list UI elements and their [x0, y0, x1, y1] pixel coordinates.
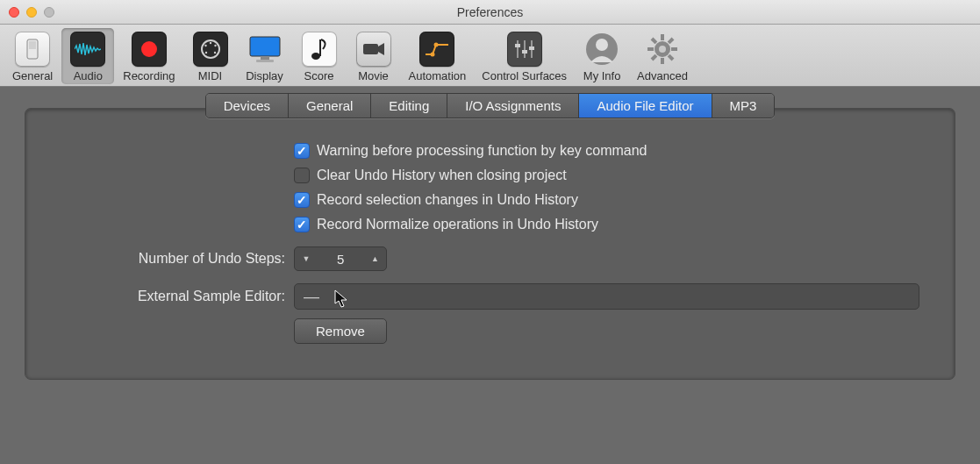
undo-steps-label: Number of Undo Steps:	[61, 251, 285, 267]
checkbox-label: Warning before processing function by ke…	[317, 143, 647, 159]
svg-rect-33	[668, 38, 675, 45]
chevron-down-icon[interactable]: ▼	[295, 247, 318, 270]
toolbar-label: MIDI	[198, 69, 222, 82]
toolbar-item-display[interactable]: Display	[239, 28, 291, 84]
undo-steps-stepper[interactable]: ▼ 5 ▲	[294, 246, 387, 271]
svg-point-8	[204, 52, 206, 54]
toolbar-label: Score	[304, 69, 334, 82]
toolbar-label: Audio	[74, 69, 103, 82]
svg-point-18	[434, 43, 439, 47]
svg-marker-37	[335, 290, 347, 307]
toolbar-label: Advanced	[637, 69, 688, 82]
svg-rect-34	[651, 54, 658, 61]
titlebar: Preferences	[0, 0, 980, 25]
chevron-up-icon[interactable]: ▲	[363, 247, 386, 270]
person-icon	[584, 32, 619, 67]
svg-rect-31	[647, 47, 654, 51]
checkbox-clear-undo-history[interactable]	[294, 168, 310, 183]
window-title: Preferences	[0, 5, 980, 19]
audio-subtabs: Devices General Editing I/O Assignments …	[25, 93, 955, 118]
toolbar-item-audio[interactable]: Audio	[61, 28, 114, 84]
music-note-icon	[302, 32, 337, 67]
toolbar-label: Movie	[358, 69, 389, 82]
toolbar-label: Automation	[409, 69, 467, 82]
faders-icon	[507, 32, 542, 67]
checkbox-label: Record selection changes in Undo History	[317, 192, 578, 208]
svg-rect-12	[256, 60, 274, 62]
automation-icon	[419, 32, 454, 67]
tab-editing[interactable]: Editing	[371, 94, 447, 118]
tab-general[interactable]: General	[289, 94, 371, 118]
toolbar-label: My Info	[583, 69, 621, 82]
toolbar-item-general[interactable]: General	[5, 28, 60, 84]
svg-rect-24	[529, 46, 534, 50]
svg-marker-16	[378, 43, 384, 55]
checkbox-warn-before-processing[interactable]	[294, 143, 310, 159]
svg-point-13	[311, 53, 320, 60]
toolbar-item-advanced[interactable]: Advanced	[630, 28, 695, 84]
toolbar-item-recording[interactable]: Recording	[116, 28, 182, 84]
midi-icon	[193, 32, 228, 67]
svg-rect-19	[517, 40, 519, 58]
svg-rect-11	[261, 56, 269, 60]
toolbar-label: Recording	[123, 69, 175, 82]
toolbar-label: Display	[246, 69, 283, 82]
toolbar-item-automation[interactable]: Automation	[402, 28, 474, 84]
toolbar-item-movie[interactable]: Movie	[347, 28, 400, 84]
svg-rect-36	[668, 54, 675, 61]
panel-body: Devices General Editing I/O Assignments …	[0, 87, 980, 401]
toolbar-item-midi[interactable]: MIDI	[184, 28, 237, 84]
record-icon	[132, 32, 167, 67]
tab-devices[interactable]: Devices	[206, 94, 289, 118]
svg-rect-10	[250, 37, 280, 56]
toolbar-item-score[interactable]: Score	[293, 28, 346, 84]
svg-point-26	[596, 39, 608, 51]
display-icon	[247, 32, 283, 67]
panel-inset: Devices General Editing I/O Assignments …	[25, 108, 955, 380]
svg-point-17	[431, 53, 435, 57]
checkbox-label: Clear Undo History when closing project	[317, 168, 567, 183]
svg-rect-23	[522, 50, 527, 54]
camera-icon	[356, 32, 391, 67]
svg-rect-29	[661, 34, 664, 40]
svg-point-2	[141, 41, 157, 57]
svg-rect-35	[651, 38, 658, 45]
svg-rect-32	[671, 47, 677, 51]
external-sample-editor-field[interactable]: —	[294, 283, 919, 310]
svg-point-7	[214, 45, 216, 46]
external-editor-value: —	[304, 288, 319, 306]
tab-mp3[interactable]: MP3	[712, 94, 775, 118]
svg-point-28	[659, 46, 666, 53]
remove-button[interactable]: Remove	[294, 318, 387, 344]
svg-point-9	[213, 52, 215, 54]
prefs-toolbar: General Audio Recording MIDI Display Sco…	[0, 25, 980, 87]
checkbox-record-selection-changes[interactable]	[294, 192, 310, 208]
checkbox-label: Record Normalize operations in Undo Hist…	[317, 217, 598, 232]
svg-rect-15	[363, 44, 378, 54]
tab-io-assignments[interactable]: I/O Assignments	[447, 94, 579, 118]
svg-point-5	[209, 42, 211, 44]
tab-audio-file-editor[interactable]: Audio File Editor	[579, 94, 712, 118]
switch-icon	[15, 32, 50, 67]
form-area: Warning before processing function by ke…	[25, 143, 955, 344]
svg-rect-20	[524, 40, 526, 58]
external-editor-label: External Sample Editor:	[61, 289, 285, 304]
toolbar-item-my-info[interactable]: My Info	[576, 28, 628, 84]
svg-rect-30	[661, 58, 664, 64]
svg-point-6	[204, 45, 206, 46]
toolbar-item-control-surfaces[interactable]: Control Surfaces	[475, 28, 574, 84]
svg-rect-1	[29, 41, 36, 49]
svg-rect-14	[319, 39, 321, 56]
gear-icon	[645, 32, 680, 67]
toolbar-label: Control Surfaces	[482, 69, 567, 82]
cursor-icon	[334, 289, 350, 309]
waveform-icon	[70, 32, 105, 67]
undo-steps-value: 5	[318, 252, 363, 267]
toolbar-label: General	[12, 69, 53, 82]
checkbox-record-normalize[interactable]	[294, 217, 310, 232]
svg-rect-22	[515, 44, 520, 47]
